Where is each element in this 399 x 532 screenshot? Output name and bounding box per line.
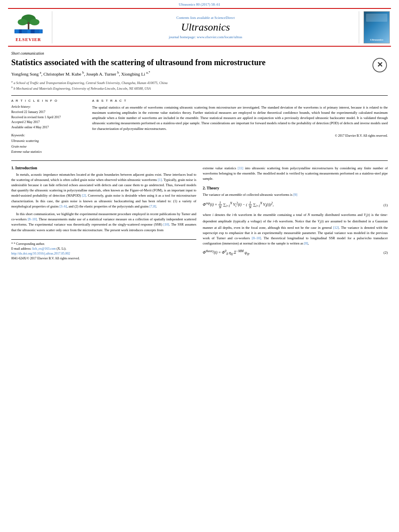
keywords-section: Keywords: Ultrasonic scattering Grain no… [11, 134, 86, 155]
eq2-content: Φtheory(t) = Φ0ll ηll Ξ−MM ψll, [203, 249, 250, 256]
keywords-title: Keywords: [11, 134, 86, 137]
footnote-email: E-mail address: lich_ex@163.com (X. Li). [11, 246, 196, 251]
journal-header-right: Ultrasonics [359, 11, 391, 43]
section1-heading: 1. Introduction [11, 166, 196, 170]
keyword-1: Ultrasonic scattering [11, 138, 86, 144]
date-revised: Received in revised form 1 April 2017 [11, 115, 86, 120]
ref8b[interactable]: [8] [304, 241, 308, 245]
crossmark-circle: ✕ [372, 58, 387, 72]
homepage-url[interactable]: www.elsevier.com/locate/ultras [197, 35, 242, 39]
keyword-2: Grain noise [11, 144, 86, 150]
svg-rect-6 [15, 29, 19, 33]
date-online: Available online 4 May 2017 [11, 125, 86, 130]
doi-link[interactable]: http://dx.doi.org/10.1016/j.ultras.2017.… [11, 252, 70, 255]
article-title-text: Statistics associated with the scatterin… [11, 58, 265, 67]
eq1-content: Φexp(t) = 1 N ∑i=1N Vi2(t) − ( 1 N ∑i=1N… [203, 201, 274, 209]
page-container: Ultrasonics 80 (2017) 58–61 [0, 0, 399, 532]
section1-para2: In this short communication, we highligh… [11, 212, 196, 233]
equation1: Φexp(t) = 1 N ∑i=1N Vi2(t) − ( 1 N ∑i=1N… [203, 201, 388, 209]
section2-heading-text: 2. Theory [203, 186, 219, 190]
ref8-10b[interactable]: [8–10] [252, 236, 261, 240]
article-info-label: A R T I C L E I N F O [11, 99, 86, 103]
ref9[interactable]: [9] [293, 193, 297, 197]
eq1-number: (1) [384, 203, 388, 207]
svg-rect-7 [19, 29, 22, 33]
svg-rect-12 [39, 29, 42, 33]
section2-intro: The variance of an ensemble of collected… [203, 192, 388, 197]
doi-bar: Ultrasonics 80 (2017) 58–61 [0, 0, 399, 8]
this-word: this [40, 199, 45, 203]
crossmark-icon: ✕ [377, 60, 383, 70]
body-columns: 1. Introduction In metals, acoustic impe… [0, 166, 399, 261]
article-info-col: A R T I C L E I N F O Article history: R… [11, 99, 86, 155]
journal-header: ELSEVIER Contents lists available at Sci… [8, 8, 391, 47]
ref2[interactable]: [2] [82, 193, 86, 197]
journal-cover-text: Ultrasonics [370, 38, 383, 41]
crossmark-badge[interactable]: ✕ [372, 57, 388, 73]
article-title: Statistics associated with the scatterin… [11, 57, 388, 68]
abstract-label: A B S T R A C T [92, 99, 388, 103]
svg-rect-8 [23, 29, 27, 33]
body-right-col: extreme value statistics [11] into ultra… [203, 166, 388, 261]
affiliation-b: b b Mechanical and Materials Engineering… [11, 85, 388, 91]
ref8-10[interactable]: [8–10] [28, 217, 37, 221]
journal-homepage: journal homepage: www.elsevier.com/locat… [169, 35, 242, 39]
date-accepted: Accepted 2 May 2017 [11, 120, 86, 125]
article-content: Short communication Statistics associate… [0, 51, 399, 155]
equation2: Φtheory(t) = Φ0ll ηll Ξ−MM ψll, (2) [203, 249, 388, 256]
date-received: Received 22 January 2017 [11, 110, 86, 115]
svg-rect-10 [31, 29, 35, 33]
eq2-number: (2) [384, 251, 388, 255]
svg-point-3 [30, 19, 39, 25]
ref11[interactable]: [11] [238, 166, 243, 170]
section1-para1: In metals, acoustic impedance mismatches… [11, 172, 196, 209]
footnote-issn: 0041-624X/© 2017 Elsevier B.V. All right… [11, 256, 196, 261]
elsevier-logo-icon [10, 13, 47, 35]
doi-text: Ultrasonics 80 (2017) 58–61 [179, 2, 220, 6]
abstract-col: A B S T R A C T The spatial statistics o… [92, 99, 388, 155]
ref7-8[interactable]: [7,8] [150, 204, 156, 208]
footnote-email-link[interactable]: lich_ex@163.com [32, 247, 56, 251]
body-separator [11, 160, 388, 161]
article-history: Article history: Received 22 January 201… [11, 105, 86, 130]
footnote-doi: http://dx.doi.org/10.1016/j.ultras.2017.… [11, 251, 196, 256]
affiliations: a a School of Traffic and Transportation… [11, 80, 388, 91]
section1-right-para: extreme value statistics [11] into ultra… [203, 166, 388, 182]
info-abstract-section: A R T I C L E I N F O Article history: R… [11, 95, 388, 155]
ref3-6[interactable]: [3–6] [60, 204, 67, 208]
svg-point-2 [18, 19, 27, 25]
history-title: Article history: [11, 105, 86, 109]
ref12[interactable]: [12] [333, 226, 339, 230]
footnote-corresponding: * * Corresponding author. [11, 242, 196, 246]
body-left-col: 1. Introduction In metals, acoustic impe… [11, 166, 196, 261]
elsevier-label: ELSEVIER [16, 37, 41, 42]
section2-eq1-desc: where i denotes the i-th waveform in the… [203, 212, 388, 246]
ref1[interactable]: [1] [158, 178, 162, 182]
copyright-line: © 2017 Elsevier B.V. All rights reserved… [92, 134, 388, 138]
abstract-text: The spatial statistics of an ensemble of… [92, 105, 388, 131]
ref10[interactable]: [10] [163, 222, 169, 226]
svg-rect-4 [28, 22, 29, 30]
authors-line: Yongfeng Song a, Christopher M. Kube b, … [11, 71, 388, 76]
affiliation-a: a a School of Traffic and Transportation… [11, 80, 388, 86]
svg-rect-9 [27, 29, 30, 33]
section1-heading-text: 1. Introduction [11, 166, 37, 170]
keyword-3: Extreme value statistics [11, 149, 86, 155]
journal-title: Ultrasonics [181, 21, 230, 33]
science-direct-link[interactable]: ScienceDirect [214, 16, 234, 20]
svg-rect-11 [35, 29, 39, 33]
homepage-label: journal homepage: [169, 35, 196, 39]
article-type: Short communication [11, 51, 388, 55]
journal-header-left: ELSEVIER [8, 11, 52, 43]
journal-cover: Ultrasonics [364, 11, 390, 43]
science-direct-text: Contents lists available at ScienceDirec… [177, 16, 235, 20]
article-dates: Received 22 January 2017 Received in rev… [11, 110, 86, 130]
section2-heading: 2. Theory [203, 186, 388, 190]
keywords-list: Ultrasonic scattering Grain noise Extrem… [11, 138, 86, 155]
footnote-area: * * Corresponding author. E-mail address… [11, 239, 196, 261]
journal-header-center: Contents lists available at ScienceDirec… [52, 11, 359, 43]
